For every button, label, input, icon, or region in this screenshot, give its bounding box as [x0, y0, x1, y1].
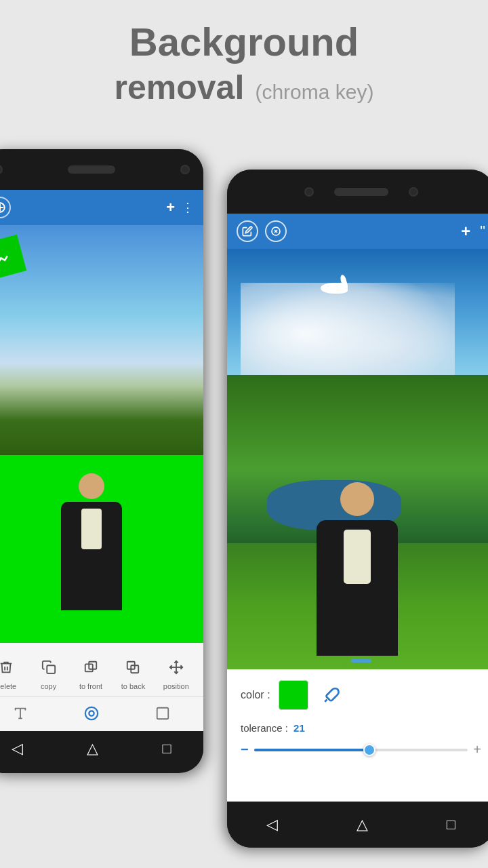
right-plus-btn[interactable]: +: [461, 222, 470, 241]
svg-point-13: [89, 711, 94, 715]
toolbar-to-back[interactable]: to back: [121, 655, 145, 690]
left-head: [79, 473, 104, 499]
left-canvas[interactable]: [0, 225, 203, 643]
swan: [321, 283, 354, 296]
tolerance-row: tolerance : 21: [241, 722, 481, 734]
right-canvas[interactable]: [227, 249, 488, 669]
copy-icon[interactable]: [37, 655, 61, 679]
toolbar-top-row: delete copy: [0, 643, 203, 696]
left-plus-button[interactable]: +: [166, 199, 175, 216]
left-toolbar: delete copy: [0, 643, 203, 731]
right-phone-topbar: [227, 170, 488, 214]
color-row: color :: [241, 680, 481, 710]
title-bold: Background: [129, 20, 359, 64]
position-label: position: [163, 682, 189, 690]
toolbar-bottom-row: [0, 696, 203, 731]
left-phone-topbar: [0, 149, 203, 190]
svg-point-12: [85, 707, 98, 719]
title-normal: removal: [115, 68, 245, 106]
header: Background removal (chroma key): [0, 0, 488, 121]
right-camera-dot2: [409, 187, 418, 197]
color-swatch[interactable]: [279, 680, 308, 710]
to-front-icon[interactable]: [79, 655, 103, 679]
scroll-indicator: [351, 659, 371, 663]
left-app-bar: + ⋮: [0, 190, 203, 225]
toolbar-to-front[interactable]: to front: [79, 655, 103, 690]
right-speaker: [334, 188, 388, 196]
right-app-bar-actions: + ": [461, 222, 485, 241]
left-sky-bg: [0, 225, 203, 455]
left-recents-btn[interactable]: □: [163, 740, 171, 757]
toolbar-delete[interactable]: delete: [0, 655, 18, 690]
trash-icon[interactable]: [0, 655, 18, 679]
left-person: [58, 473, 125, 623]
to-front-label: to front: [79, 682, 102, 690]
toolbar-position[interactable]: position: [163, 655, 189, 690]
slider-minus-btn[interactable]: −: [241, 742, 249, 757]
right-body: [317, 520, 398, 656]
left-back-btn[interactable]: ◁: [12, 740, 23, 757]
svg-line-18: [325, 700, 327, 702]
left-speaker: [68, 165, 115, 174]
right-edit-icon[interactable]: [237, 220, 258, 242]
phone-left: + ⋮: [0, 149, 203, 773]
page-title: Background removal (chroma key): [14, 20, 474, 107]
left-home-btn[interactable]: △: [87, 740, 98, 757]
svg-rect-3: [47, 665, 55, 673]
toolbar-copy[interactable]: copy: [37, 655, 61, 690]
left-layer-icon[interactable]: [0, 197, 11, 218]
left-nav-bar: ◁ △ □: [0, 731, 203, 766]
right-back-btn[interactable]: ◁: [266, 816, 278, 833]
to-back-label: to back: [121, 682, 145, 690]
svg-rect-14: [157, 708, 168, 719]
right-quote-btn[interactable]: ": [480, 222, 485, 240]
slider-plus-btn[interactable]: +: [473, 742, 481, 757]
right-person: [317, 482, 398, 656]
slider-fill: [254, 749, 369, 751]
copy-label: copy: [41, 682, 56, 690]
phones-wrapper: + ⋮: [0, 149, 488, 868]
color-label: color :: [241, 689, 270, 701]
right-shirt: [344, 530, 371, 584]
right-home-btn[interactable]: △: [357, 816, 368, 833]
delete-label: delete: [0, 682, 16, 690]
left-camera-dot2: [180, 165, 190, 174]
chroma-key-tool-icon[interactable]: [79, 701, 104, 726]
eyedropper-button[interactable]: [317, 680, 346, 710]
right-camera-dot: [304, 187, 314, 197]
left-shirt: [81, 509, 102, 549]
right-head: [340, 482, 374, 516]
slider-row: − +: [241, 742, 481, 757]
to-back-icon[interactable]: [121, 655, 145, 679]
layers-tool-icon[interactable]: [150, 701, 175, 726]
right-recents-btn[interactable]: □: [447, 816, 455, 833]
right-nav-bar: ◁ △ □: [227, 802, 488, 848]
title-subtitle: (chroma key): [255, 81, 373, 103]
left-camera-dot: [0, 165, 3, 174]
text-tool-icon[interactable]: [8, 701, 33, 726]
slider-thumb[interactable]: [363, 744, 375, 756]
right-delete-icon[interactable]: [265, 220, 287, 242]
tolerance-slider[interactable]: [254, 749, 468, 751]
tolerance-value: 21: [293, 722, 305, 734]
position-icon[interactable]: [164, 655, 188, 679]
left-body: [61, 502, 122, 610]
left-more-button[interactable]: ⋮: [182, 200, 194, 215]
phone-right: + ": [227, 170, 488, 848]
tolerance-label: tolerance :: [241, 722, 288, 734]
right-app-bar: + ": [227, 214, 488, 249]
right-controls-panel: color : tolerance : 21 −: [227, 669, 488, 802]
